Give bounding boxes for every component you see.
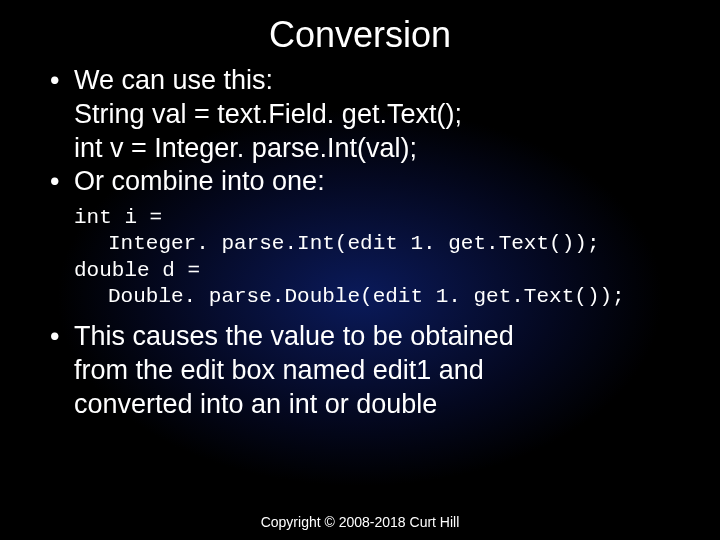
bullet-dot-icon: • xyxy=(50,320,59,354)
slide-title: Conversion xyxy=(0,0,720,64)
code-line: int i = xyxy=(74,205,690,231)
bullet-text: We can use this: xyxy=(74,65,273,95)
bullet-dot-icon: • xyxy=(50,165,59,199)
bullet-subline: from the edit box named edit1 and xyxy=(74,354,690,388)
bullet-item: • This causes the value to be obtained xyxy=(74,320,690,354)
copyright-footer: Copyright © 2008-2018 Curt Hill xyxy=(0,514,720,530)
bullet-dot-icon: • xyxy=(50,64,59,98)
code-line: Integer. parse.Int(edit 1. get.Text()); xyxy=(74,231,690,257)
bullet-subline: converted into an int or double xyxy=(74,388,690,422)
code-line: double d = xyxy=(74,258,690,284)
bullet-item: • We can use this: xyxy=(74,64,690,98)
slide: Conversion • We can use this: String val… xyxy=(0,0,720,540)
code-block: int i = Integer. parse.Int(edit 1. get.T… xyxy=(74,205,690,310)
slide-content: • We can use this: String val = text.Fie… xyxy=(0,64,720,421)
code-line: Double. parse.Double(edit 1. get.Text())… xyxy=(74,284,690,310)
bullet-subline: int v = Integer. parse.Int(val); xyxy=(74,132,690,166)
bullet-subline: String val = text.Field. get.Text(); xyxy=(74,98,690,132)
bullet-text: This causes the value to be obtained xyxy=(74,321,514,351)
bullet-text: Or combine into one: xyxy=(74,166,325,196)
bullet-item: • Or combine into one: xyxy=(74,165,690,199)
